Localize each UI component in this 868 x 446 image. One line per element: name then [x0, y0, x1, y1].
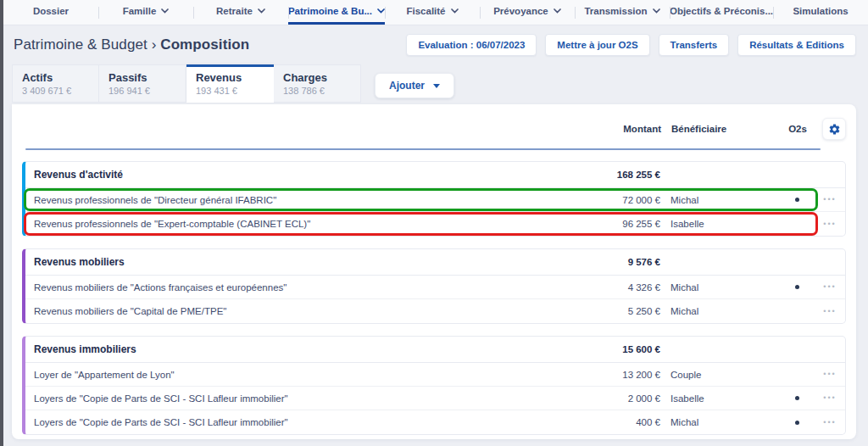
- transferts-button[interactable]: Transferts: [659, 34, 730, 56]
- tab-actifs[interactable]: Actifs3 409 671 €: [12, 64, 99, 103]
- row-beneficiary: Michal: [660, 306, 779, 316]
- row-amount: 400 €: [559, 417, 660, 427]
- nav-item-pr-voyance[interactable]: Prévoyance: [480, 0, 575, 25]
- r-sultats-editions-button[interactable]: Résultats & Editions: [737, 34, 856, 56]
- nav-item-label: Transmission: [584, 6, 647, 16]
- row-menu-button[interactable]: •••: [823, 371, 836, 378]
- section-header: Revenus mobiliers9 576 €: [25, 249, 845, 276]
- nav-item-retraite[interactable]: Retraite: [193, 0, 288, 25]
- table-row[interactable]: Revenus professionnels de "Directeur gén…: [25, 188, 845, 212]
- column-header-o2s: O2s: [780, 124, 815, 134]
- nav-item-label: Fiscalité: [406, 6, 445, 16]
- row-amount: 5 250 €: [559, 306, 660, 316]
- section-card-revenus-immobiliers: Revenus immobiliers15 600 €Loyer de "App…: [22, 336, 846, 435]
- row-beneficiary: Michal: [660, 417, 779, 427]
- row-label: Loyer de "Appartement de Lyon": [25, 370, 559, 380]
- nav-item-label: Dossier: [33, 6, 69, 16]
- o2s-dot: [795, 421, 799, 425]
- top-nav: DossierFamilleRetraitePatrimoine & Bu...…: [0, 0, 868, 25]
- table-header: Montant Bénéficiaire O2s: [12, 104, 856, 140]
- row-o2s-cell: [779, 285, 815, 289]
- chevron-down-icon: [161, 8, 169, 14]
- chevron-down-icon: [653, 8, 660, 14]
- tab-value: 3 409 671 €: [22, 86, 92, 96]
- tabs-row: Actifs3 409 671 €Passifs196 941 €Revenus…: [0, 64, 868, 103]
- tabs: Actifs3 409 671 €Passifs196 941 €Revenus…: [12, 64, 361, 103]
- nav-item-patrimoine-bu[interactable]: Patrimoine & Bu...: [288, 0, 385, 25]
- window-edge-strip: [0, 0, 3, 446]
- row-menu-button[interactable]: •••: [823, 394, 836, 402]
- table-row[interactable]: Loyers de "Copie de Parts de SCI - SCI L…: [25, 410, 845, 434]
- nav-item-label: Prévoyance: [493, 6, 548, 16]
- chevron-down-icon: [451, 8, 459, 14]
- page-title: Composition: [160, 36, 249, 53]
- page-header: Patrimoine & Budget › Composition Evalua…: [0, 25, 868, 64]
- row-amount: 96 255 €: [559, 219, 660, 229]
- section-total: 15 600 €: [559, 344, 660, 354]
- row-beneficiary: Isabelle: [660, 393, 779, 404]
- row-label: Loyers de "Copie de Parts de SCI - SCI L…: [25, 417, 559, 427]
- section-header: Revenus d'activité168 255 €: [25, 162, 845, 188]
- nav-item-label: Simulations: [793, 6, 848, 16]
- nav-item-fiscalit[interactable]: Fiscalité: [385, 0, 480, 25]
- add-button-label: Ajouter: [389, 80, 425, 92]
- row-beneficiary: Michal: [660, 195, 779, 205]
- section-title: Revenus d'activité: [25, 169, 559, 181]
- row-label: Revenus professionnels de "Directeur gén…: [25, 195, 559, 205]
- nav-item-transmission[interactable]: Transmission: [575, 0, 670, 25]
- section-card-revenus-d-activit: Revenus d'activité168 255 €Revenus profe…: [22, 161, 846, 237]
- table-row[interactable]: Revenus mobiliers de "Capital de PME/TPE…: [25, 299, 845, 323]
- o2s-dot: [795, 285, 799, 289]
- row-menu-button[interactable]: •••: [823, 220, 836, 228]
- settings-button[interactable]: [822, 118, 846, 140]
- nav-item-simulations[interactable]: Simulations: [773, 0, 868, 25]
- chevron-down-icon: [433, 84, 440, 88]
- tab-passifs[interactable]: Passifs196 941 €: [99, 64, 186, 103]
- nav-item-dossier[interactable]: Dossier: [3, 0, 98, 25]
- tab-revenus[interactable]: Revenus193 431 €: [186, 64, 274, 103]
- tab-label: Actifs: [22, 71, 92, 84]
- chevron-down-icon: [554, 8, 561, 14]
- table-row[interactable]: Loyer de "Appartement de Lyon"13 200 €Co…: [25, 363, 845, 387]
- row-beneficiary: Isabelle: [660, 219, 779, 229]
- nav-item-famille[interactable]: Famille: [98, 0, 193, 25]
- evaluation-06-07-2023-button[interactable]: Evaluation : 06/07/2023: [406, 34, 537, 56]
- tab-label: Revenus: [196, 71, 267, 84]
- nav-item-objectifs-pr-conis[interactable]: Objectifs & Préconis...: [670, 0, 773, 25]
- row-amount: 2 000 €: [559, 393, 660, 404]
- row-label: Revenus mobiliers de "Actions françaises…: [25, 282, 559, 293]
- chevron-down-icon: [377, 8, 385, 14]
- breadcrumb-parent: Patrimoine & Budget: [14, 36, 147, 53]
- row-beneficiary: Michal: [660, 282, 779, 293]
- tab-value: 196 941 €: [108, 86, 179, 96]
- tab-label: Passifs: [108, 71, 179, 84]
- table-row[interactable]: Revenus professionnels de "Expert-compta…: [25, 212, 845, 236]
- o2s-dot: [795, 198, 799, 202]
- column-header-montant: Montant: [559, 124, 661, 134]
- tab-charges[interactable]: Charges138 786 €: [274, 64, 361, 103]
- breadcrumb-separator: ›: [152, 36, 157, 53]
- content-card: Montant Bénéficiaire O2s Revenus d'activ…: [12, 104, 856, 439]
- row-menu-button[interactable]: •••: [823, 283, 836, 291]
- row-amount: 4 326 €: [559, 282, 660, 293]
- nav-item-label: Objectifs & Préconis...: [670, 6, 773, 16]
- nav-item-label: Retraite: [216, 6, 253, 16]
- row-amount: 72 000 €: [559, 195, 660, 205]
- row-label: Loyers de "Copie de Parts de SCI - SCI L…: [25, 393, 559, 404]
- tab-label: Charges: [283, 71, 353, 84]
- row-o2s-cell: [779, 198, 815, 202]
- row-label: Revenus mobiliers de "Capital de PME/TPE…: [25, 306, 559, 316]
- mettre-jour-o2s-button[interactable]: Mettre à jour O2S: [545, 34, 649, 56]
- row-menu-button[interactable]: •••: [823, 196, 836, 203]
- row-menu-button[interactable]: •••: [823, 419, 836, 426]
- table-row[interactable]: Loyers de "Copie de Parts de SCI - SCI L…: [25, 387, 845, 410]
- add-button[interactable]: Ajouter: [375, 73, 454, 98]
- table-row[interactable]: Revenus mobiliers de "Actions françaises…: [25, 276, 845, 299]
- tab-value: 193 431 €: [196, 86, 267, 96]
- section-header: Revenus immobiliers15 600 €: [25, 337, 845, 363]
- gear-icon: [828, 123, 841, 136]
- row-o2s-cell: [779, 396, 815, 400]
- section-total: 9 576 €: [559, 257, 660, 267]
- column-header-beneficiaire: Bénéficiaire: [661, 124, 780, 134]
- row-menu-button[interactable]: •••: [823, 308, 836, 315]
